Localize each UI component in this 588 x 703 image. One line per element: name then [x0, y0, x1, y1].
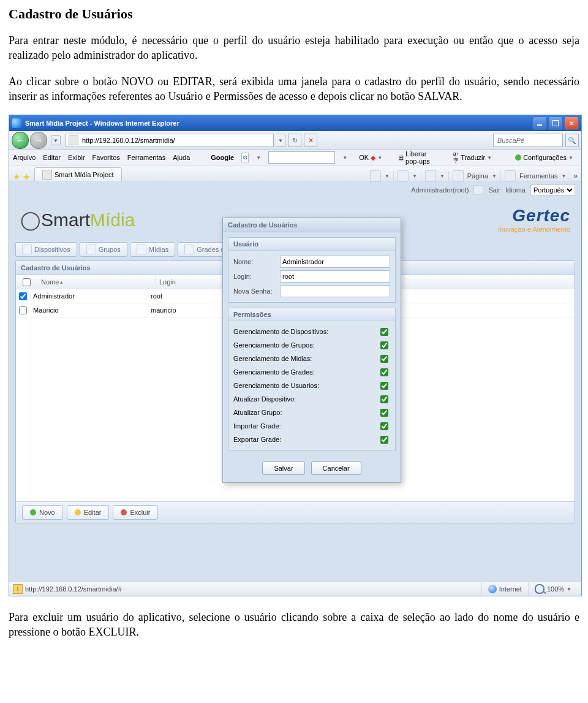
perm-label: Gerenciamento de Dispositivos: [233, 328, 328, 335]
menu-ferramentas[interactable]: Ferramentas [127, 154, 165, 161]
perm-label: Gerenciamento de Usuarios: [233, 382, 319, 389]
search-button[interactable]: 🔍 [565, 134, 579, 147]
search-input[interactable] [496, 136, 560, 145]
ie-icon [12, 118, 21, 128]
smartmidia-logo: ◯SmartMídia [20, 209, 135, 230]
app-content: Administrador(root) Sair Idioma Portuguê… [9, 182, 581, 582]
print-icon[interactable] [425, 170, 436, 181]
nav-toolbar: ← → ▼ ▼ ↻ ✕ 🔍 [9, 131, 581, 150]
ie-command-bar: ▼ ▼ ▼ Página▼ Ferramentas▼ » [370, 170, 578, 181]
perm-label: Gerenciamento de Grades: [233, 368, 315, 376]
user-fieldset: Usuário Nome: Login: Nova Senha: [228, 237, 396, 303]
perm-checkbox-atualizar-disp[interactable] [380, 395, 388, 403]
logout-link[interactable]: Sair [488, 186, 500, 194]
close-button[interactable]: ✕ [564, 116, 579, 130]
select-all-checkbox[interactable] [23, 278, 31, 286]
perm-checkbox-grupos[interactable] [380, 341, 388, 349]
google-dropdown-icon[interactable]: ▼ [256, 155, 261, 161]
tab-smartmidia[interactable]: Smart Mídia Project [34, 167, 122, 181]
login-label: Login: [233, 273, 280, 280]
group-icon [86, 245, 96, 254]
minus-icon [121, 509, 127, 515]
cell-nome: Mauricio [29, 306, 147, 314]
address-dropdown[interactable]: ▼ [276, 134, 285, 147]
current-user-label: Administrador(root) [411, 186, 469, 194]
menu-exibir[interactable]: Exibir [68, 154, 85, 161]
nav-dispositivos[interactable]: Dispositivos [15, 242, 77, 257]
nav-grupos[interactable]: Grupos [80, 242, 127, 257]
maximize-button[interactable] [548, 116, 563, 130]
senha-input[interactable] [280, 285, 390, 297]
page-icon[interactable] [453, 170, 464, 181]
perm-checkbox-usuarios[interactable] [380, 382, 388, 390]
col-nome[interactable]: Nome ▲ [37, 275, 156, 289]
nome-input[interactable] [280, 256, 390, 268]
perm-checkbox-dispositivos[interactable] [380, 328, 388, 336]
media-icon [137, 245, 146, 254]
editar-button[interactable]: Editar [67, 505, 110, 520]
zoom-control[interactable]: 100%▼ [528, 582, 578, 596]
tools-menu[interactable]: Ferramentas [519, 172, 557, 180]
perm-label: Gerenciamento de Midias: [233, 355, 312, 362]
perm-checkbox-exportar[interactable] [380, 436, 388, 444]
menu-favoritos[interactable]: Favoritos [92, 154, 120, 161]
add-favorite-icon[interactable]: ✚ [23, 173, 29, 181]
browser-window: Smart Mídia Project - Windows Internet E… [9, 115, 582, 596]
stop-button[interactable]: ✕ [304, 134, 317, 147]
novo-button[interactable]: Novo [22, 505, 63, 520]
excluir-button[interactable]: Excluir [113, 505, 158, 520]
cell-login: mauricio [147, 306, 180, 314]
gertec-logo: Gertec Inovação e Atendimento [498, 206, 570, 233]
security-zone[interactable]: Internet [481, 582, 528, 596]
menu-arquivo[interactable]: Arquivo [13, 154, 36, 161]
forward-button[interactable]: → [30, 132, 47, 149]
language-select[interactable]: Português [530, 184, 575, 196]
page-menu[interactable]: Página [467, 172, 488, 180]
tools-icon[interactable] [505, 170, 516, 181]
tab-title: Smart Mídia Project [55, 171, 114, 178]
user-section-title: Usuário [228, 238, 395, 251]
back-button[interactable]: ← [12, 132, 29, 149]
intro-paragraph-3: Para excluir um usuário do aplicativo, s… [9, 610, 579, 640]
login-input[interactable] [280, 270, 390, 283]
url-input[interactable] [81, 136, 271, 145]
perm-checkbox-atualizar-grupo[interactable] [380, 409, 388, 417]
favorites-star-icon[interactable]: ★ [13, 172, 21, 181]
logout-icon[interactable] [473, 185, 483, 195]
warning-icon[interactable]: ! [13, 584, 23, 594]
google-search-input[interactable] [268, 151, 335, 164]
row-checkbox[interactable] [19, 306, 27, 314]
nav-dropdown[interactable]: ▼ [51, 135, 61, 145]
perm-checkbox-midias[interactable] [380, 355, 388, 363]
schedule-icon [184, 245, 194, 254]
translate-button[interactable]: a↑字Traduzir▼ [449, 151, 496, 164]
tab-bar: ★ ✚ Smart Mídia Project ▼ ▼ ▼ Página▼ Fe… [9, 165, 581, 182]
row-checkbox[interactable] [19, 292, 27, 300]
popup-button[interactable]: ⊞Liberar pop-ups [394, 151, 442, 164]
menu-ajuda[interactable]: Ajuda [173, 154, 190, 161]
modal-title: Cadastro de Usuários [223, 218, 401, 232]
perm-checkbox-importar[interactable] [380, 422, 388, 430]
page-favicon-icon [69, 135, 78, 145]
minimize-button[interactable] [532, 116, 547, 130]
menu-editar[interactable]: Editar [43, 154, 61, 161]
tab-favicon-icon [42, 170, 52, 180]
nome-label: Nome: [233, 258, 280, 265]
refresh-button[interactable]: ↻ [288, 134, 301, 147]
panel-footer: Novo Editar Excluir [16, 501, 575, 523]
config-button[interactable]: Configurações▼ [511, 151, 578, 164]
status-bar: ! http://192.168.0.12/smartmidia/# Inter… [9, 582, 581, 596]
salvar-button[interactable]: Salvar [262, 462, 304, 475]
perm-checkbox-grades[interactable] [380, 368, 388, 376]
feeds-icon[interactable] [398, 170, 409, 181]
search-box[interactable] [493, 134, 563, 147]
home-icon[interactable] [370, 170, 381, 181]
google-label: Google [211, 154, 234, 161]
google-ok-button[interactable]: OK ◆▼ [355, 151, 386, 164]
cancelar-button[interactable]: Cancelar [311, 462, 361, 475]
overflow-icon[interactable]: » [573, 172, 578, 180]
address-bar[interactable] [66, 134, 274, 147]
google-search-dropdown[interactable]: ▼ [342, 155, 347, 161]
nav-midias[interactable]: Mídias [130, 242, 175, 257]
google-icon[interactable]: G [241, 153, 249, 162]
